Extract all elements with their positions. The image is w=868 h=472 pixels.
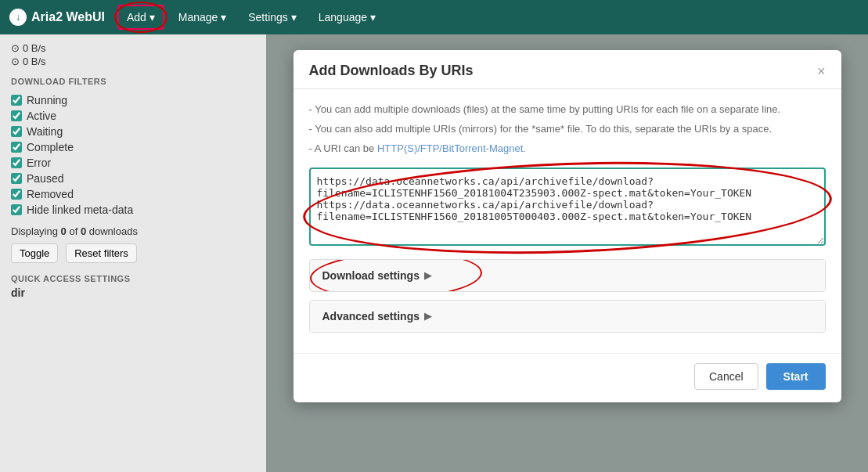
- uri-input-wrapper: https://data.oceannetworks.ca/api/archiv…: [309, 168, 826, 248]
- info-line-1: - You can add multiple downloads (files)…: [309, 102, 826, 118]
- info-text-block: - You can add multiple downloads (files)…: [309, 102, 826, 157]
- quick-access-dir: dir: [11, 286, 255, 299]
- filter-checkbox-removed[interactable]: [11, 189, 22, 200]
- sidebar-actions: Toggle Reset filters: [11, 243, 255, 263]
- filter-checkbox-paused[interactable]: [11, 173, 22, 184]
- advanced-settings-arrow: ▶: [424, 311, 431, 322]
- navbar: ↓ Aria2 WebUI Add ▾ Manage ▾ Settings ▾ …: [0, 0, 868, 34]
- filter-label-paused: Paused: [27, 172, 63, 185]
- displaying-total: 0: [81, 225, 86, 237]
- download-settings-button[interactable]: Download settings ▶: [310, 260, 825, 291]
- cancel-button[interactable]: Cancel: [694, 363, 758, 390]
- toggle-button[interactable]: Toggle: [11, 243, 58, 263]
- main-content: ⊙ 0 B/s ⊙ 0 B/s DOWNLOAD FILTERS Running…: [0, 34, 868, 472]
- brand-name: Aria2 WebUI: [31, 10, 105, 24]
- uri-textarea[interactable]: https://data.oceannetworks.ca/api/archiv…: [309, 168, 826, 246]
- download-settings-arrow: ▶: [424, 270, 431, 281]
- filter-item-complete: Complete: [11, 139, 255, 155]
- right-panel: Add Downloads By URIs × - You can add mu…: [266, 34, 868, 472]
- filter-item-waiting: Waiting: [11, 124, 255, 139]
- add-button[interactable]: Add ▾: [117, 5, 164, 30]
- filter-label-removed: Removed: [27, 188, 74, 200]
- filter-item-active: Active: [11, 108, 255, 124]
- info-line-3: - A URI can be HTTP(S)/FTP/BitTorrent-Ma…: [309, 141, 826, 157]
- modal-header: Add Downloads By URIs ×: [294, 50, 841, 89]
- language-menu[interactable]: Language ▾: [311, 6, 384, 28]
- filter-label-active: Active: [27, 110, 56, 122]
- modal-footer: Cancel Start: [294, 353, 841, 402]
- filter-item-paused: Paused: [11, 171, 255, 186]
- advanced-settings-label: Advanced settings: [322, 310, 420, 322]
- filter-label-complete: Complete: [27, 141, 74, 153]
- advanced-settings-button[interactable]: Advanced settings ▶: [310, 301, 825, 332]
- filter-checkbox-error[interactable]: [11, 157, 22, 168]
- reset-filters-button[interactable]: Reset filters: [66, 243, 137, 263]
- download-settings-section: Download settings ▶: [309, 259, 826, 292]
- download-settings-label: Download settings: [322, 269, 420, 282]
- modal-title: Add Downloads By URIs: [309, 63, 474, 79]
- filter-checkbox-complete[interactable]: [11, 142, 22, 153]
- settings-menu[interactable]: Settings ▾: [240, 6, 304, 28]
- filter-item-error: Error: [11, 155, 255, 171]
- sidebar: ⊙ 0 B/s ⊙ 0 B/s DOWNLOAD FILTERS Running…: [0, 34, 266, 472]
- speed-up-icon: ⊙: [11, 56, 20, 67]
- speed-down-icon: ⊙: [11, 42, 20, 54]
- filter-item-running: Running: [11, 92, 255, 108]
- info-line-2: - You can also add multiple URIs (mirror…: [309, 121, 826, 138]
- filter-checkbox-waiting[interactable]: [11, 126, 22, 137]
- add-btn-wrapper: Add ▾: [117, 5, 164, 30]
- filter-label-hide-linked: Hide linked meta-data: [27, 204, 133, 216]
- download-filters-title: DOWNLOAD FILTERS: [11, 77, 255, 86]
- filter-label-waiting: Waiting: [27, 125, 63, 138]
- filter-label-error: Error: [27, 157, 51, 169]
- quick-access-title: QUICK ACCESS SETTINGS: [11, 274, 255, 283]
- advanced-settings-section: Advanced settings ▶: [309, 300, 826, 333]
- speed-down-value: 0 B/s: [23, 42, 46, 54]
- speed-up: ⊙ 0 B/s: [11, 56, 255, 67]
- manage-menu[interactable]: Manage ▾: [171, 6, 234, 28]
- filter-checkbox-hide-linked[interactable]: [11, 204, 22, 215]
- uri-types-link: HTTP(S)/FTP/BitTorrent-Magnet.: [377, 142, 526, 154]
- brand: ↓ Aria2 WebUI: [9, 9, 105, 26]
- add-downloads-modal: Add Downloads By URIs × - You can add mu…: [294, 50, 841, 402]
- filters-list: RunningActiveWaitingCompleteErrorPausedR…: [11, 92, 255, 218]
- modal-close-button[interactable]: ×: [817, 64, 826, 78]
- displaying-text: Displaying 0 of 0 downloads: [11, 225, 255, 237]
- displaying-count: 0: [61, 225, 67, 237]
- start-button[interactable]: Start: [766, 363, 826, 390]
- filter-checkbox-active[interactable]: [11, 110, 22, 121]
- brand-icon: ↓: [9, 9, 27, 26]
- speed-down: ⊙ 0 B/s: [11, 42, 255, 54]
- modal-body: - You can add multiple downloads (files)…: [294, 89, 841, 353]
- speed-up-value: 0 B/s: [23, 56, 46, 67]
- filter-label-running: Running: [27, 94, 67, 106]
- filter-item-removed: Removed: [11, 186, 255, 202]
- filter-checkbox-running[interactable]: [11, 95, 22, 106]
- filter-item-hide-linked: Hide linked meta-data: [11, 202, 255, 218]
- modal-overlay: Add Downloads By URIs × - You can add mu…: [266, 34, 868, 472]
